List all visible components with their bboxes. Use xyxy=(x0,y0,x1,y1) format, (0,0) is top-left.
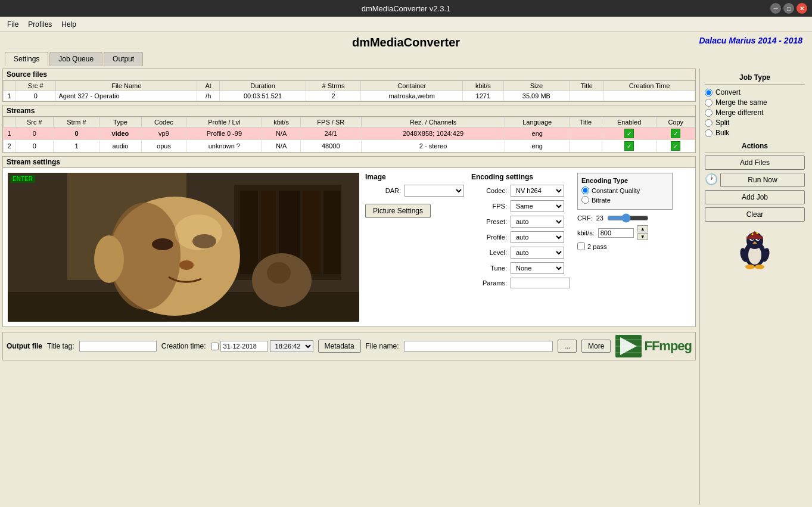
fps-select[interactable]: Same xyxy=(511,200,564,212)
creation-date-input[interactable] xyxy=(220,341,268,352)
sa-type: audio xyxy=(99,140,141,153)
sa-copy[interactable]: ✓ xyxy=(657,140,695,153)
codec-select[interactable]: NV h264 xyxy=(511,185,564,197)
row-src: 0 xyxy=(15,91,56,101)
encoding-type-box: Encoding Type Constant Quality Bitrate xyxy=(577,173,673,210)
sa-num: 2 xyxy=(4,140,15,153)
run-now-button[interactable]: Run Now xyxy=(720,173,805,187)
source-file-row[interactable]: 1 0 Agent 327 - Operatio /h 00:03:51.521… xyxy=(4,91,695,101)
add-files-button[interactable]: Add Files xyxy=(705,155,805,170)
svg-point-38 xyxy=(745,265,755,269)
level-label: Level: xyxy=(471,249,507,256)
job-type-radio-group: Convert Merge the same Merge different S… xyxy=(705,87,805,138)
params-input[interactable] xyxy=(511,278,570,288)
menu-file[interactable]: File xyxy=(2,18,23,30)
svg-rect-7 xyxy=(323,191,341,274)
crf-slider[interactable] xyxy=(607,213,649,223)
filename-input[interactable] xyxy=(404,341,553,352)
video-enter-label: ENTER xyxy=(10,175,35,183)
creation-time-checkbox[interactable] xyxy=(211,343,219,350)
stream-row-audio[interactable]: 2 0 1 audio opus unknown ? N/A 48000 2 -… xyxy=(4,140,695,153)
strm-col-title: Title xyxy=(570,117,602,127)
col-strms: # Strms xyxy=(306,81,361,91)
kbits-down-btn[interactable]: ▼ xyxy=(637,233,648,240)
more-button[interactable]: More xyxy=(581,340,611,353)
sv-enabled[interactable]: ✓ xyxy=(602,127,657,140)
bitrate-radio[interactable] xyxy=(581,196,589,204)
tune-select[interactable]: None xyxy=(511,262,564,274)
constant-quality-label: Constant Quality xyxy=(592,187,640,194)
jobtype-convert-radio[interactable] xyxy=(705,89,713,97)
profile-select[interactable]: auto xyxy=(511,231,564,243)
col-creation: Creation Time xyxy=(604,81,695,91)
row-filename: Agent 327 - Operatio xyxy=(56,91,197,101)
strm-col-src: Src # xyxy=(15,117,54,127)
strm-col-lang: Language xyxy=(505,117,570,127)
menu-help[interactable]: Help xyxy=(57,18,81,30)
preset-select[interactable]: auto xyxy=(511,216,564,228)
right-panel: Job Type Convert Merge the same Merge di… xyxy=(699,69,810,505)
streams-section: Streams Src # Strm # Type Codec Profile … xyxy=(2,105,696,153)
streams-title: Streams xyxy=(3,105,695,117)
jobtype-split-radio[interactable] xyxy=(705,119,713,127)
col-src: Src # xyxy=(15,81,56,91)
stream-row-video[interactable]: 1 0 0 video vp9 Profile 0 -99 N/A 24/1 2… xyxy=(4,127,695,140)
bitrate-label: Bitrate xyxy=(592,197,611,204)
row-size: 35.09 MB xyxy=(503,91,570,101)
profile-label: Profile: xyxy=(471,234,507,241)
creation-time-select[interactable]: 18:26:42 xyxy=(270,340,313,352)
twopass-checkbox[interactable] xyxy=(577,242,585,250)
ellipsis-button[interactable]: ... xyxy=(558,340,577,353)
metadata-button[interactable]: Metadata xyxy=(318,340,361,353)
sa-profile: unknown ? xyxy=(186,140,262,153)
svg-rect-3 xyxy=(240,191,258,274)
col-at: At xyxy=(197,81,220,91)
sv-copy[interactable]: ✓ xyxy=(657,127,695,140)
row-container: matroska,webm xyxy=(361,91,463,101)
mascot-area xyxy=(705,230,805,272)
clock-icon: 🕐 xyxy=(705,173,718,187)
stream-settings-section: Stream settings xyxy=(2,156,696,327)
title-tag-input[interactable] xyxy=(79,341,157,352)
kbits-label: kbit/s: xyxy=(577,229,595,237)
strm-col-enabled: Enabled xyxy=(602,117,657,127)
kbits-up-btn[interactable]: ▲ xyxy=(637,225,648,232)
menu-profiles[interactable]: Profiles xyxy=(23,18,57,30)
ffmpeg-logo: FFmpeg xyxy=(615,335,692,357)
minimize-button[interactable]: ─ xyxy=(770,3,781,14)
sa-enabled[interactable]: ✓ xyxy=(602,140,657,153)
jobtype-bulk-radio[interactable] xyxy=(705,129,713,137)
encoding-col-title: Encoding settings xyxy=(471,173,570,181)
add-job-button[interactable]: Add Job xyxy=(705,190,805,204)
sa-lang: eng xyxy=(505,140,570,153)
picture-settings-button[interactable]: Picture Settings xyxy=(365,204,431,218)
menubar: File Profiles Help xyxy=(0,17,812,32)
level-select[interactable]: auto xyxy=(511,247,564,259)
tab-settings[interactable]: Settings xyxy=(5,52,48,66)
row-title xyxy=(570,91,604,101)
tab-job-queue[interactable]: Job Queue xyxy=(49,52,102,66)
maximize-button[interactable]: □ xyxy=(783,3,794,14)
strm-col-fps: FPS / SR xyxy=(300,117,361,127)
jobtype-merge-diff-radio[interactable] xyxy=(705,109,713,117)
svg-point-18 xyxy=(175,214,222,250)
video-placeholder xyxy=(8,173,359,322)
app-credit: Dalacu Marius 2014 - 2018 xyxy=(699,36,802,45)
strm-col-profile: Profile / Lvl xyxy=(186,117,262,127)
stream-settings-title: Stream settings xyxy=(3,157,695,168)
svg-rect-33 xyxy=(746,237,763,239)
tune-label: Tune: xyxy=(471,265,507,272)
tab-output[interactable]: Output xyxy=(104,52,143,66)
source-files-title: Source files xyxy=(3,69,695,80)
clear-button[interactable]: Clear xyxy=(705,207,805,222)
jobtype-merge-same-radio[interactable] xyxy=(705,99,713,107)
kbits-input[interactable] xyxy=(598,228,634,238)
close-button[interactable]: ✕ xyxy=(797,3,807,14)
constant-quality-radio[interactable] xyxy=(581,186,589,194)
image-col-title: Image xyxy=(365,173,464,181)
sv-src: 0 xyxy=(15,127,54,140)
dar-select[interactable] xyxy=(405,185,464,197)
sa-rez: 2 - stereo xyxy=(361,140,505,153)
enabled-check-video: ✓ xyxy=(624,129,634,138)
sv-title xyxy=(570,127,602,140)
